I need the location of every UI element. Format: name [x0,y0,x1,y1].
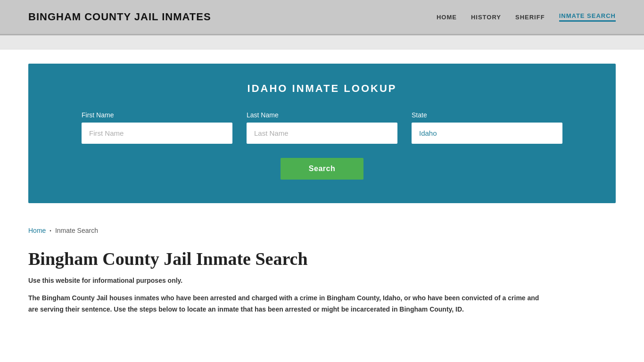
site-header: BINGHAM COUNTY JAIL INMATES HOME HISTORY… [0,0,644,35]
main-content: Bingham County Jail Inmate Search Use th… [0,239,644,334]
last-name-label: Last Name [247,111,397,119]
main-nav: HOME HISTORY SHERIFF INMATE SEARCH [437,12,616,22]
nav-history[interactable]: HISTORY [471,14,501,21]
nav-home[interactable]: HOME [437,14,457,21]
page-title: Bingham County Jail Inmate Search [28,248,616,269]
first-name-input[interactable] [82,123,232,144]
breadcrumb: Home • Inmate Search [0,217,644,239]
description-text: The Bingham County Jail houses inmates w… [28,293,547,315]
search-button[interactable]: Search [281,158,363,180]
first-name-label: First Name [82,111,232,119]
breadcrumb-separator: • [50,228,51,233]
lookup-section: IDAHO INMATE LOOKUP First Name Last Name… [28,64,616,203]
lookup-title: IDAHO INMATE LOOKUP [57,82,587,95]
state-group: State [412,111,562,144]
state-input[interactable] [412,123,562,144]
nav-inmate-search[interactable]: INMATE SEARCH [559,12,616,22]
breadcrumb-current-page: Inmate Search [55,227,98,234]
lookup-form: First Name Last Name State Search [57,111,587,180]
form-fields-row: First Name Last Name State [57,111,587,144]
first-name-group: First Name [82,111,232,144]
breadcrumb-home-link[interactable]: Home [28,227,46,234]
state-label: State [412,111,562,119]
last-name-group: Last Name [247,111,397,144]
last-name-input[interactable] [247,123,397,144]
sub-header-bar [0,35,644,49]
nav-sheriff[interactable]: SHERIFF [515,14,545,21]
disclaimer-text: Use this website for informational purpo… [28,277,616,284]
site-title: BINGHAM COUNTY JAIL INMATES [28,11,211,23]
